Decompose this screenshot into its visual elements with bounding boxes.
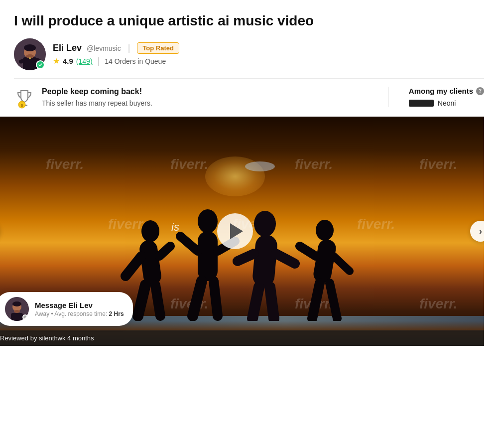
svg-line-23 — [214, 281, 218, 316]
svg-point-38 — [12, 301, 21, 306]
repeat-buyers-section: $ People keep coming back! This seller h… — [14, 87, 378, 109]
review-bar: Reviewed by silenthwk 4 months — [0, 330, 484, 346]
svg-line-29 — [270, 287, 274, 318]
rating-value: 4.9 — [63, 57, 73, 65]
clients-heading-text: Among my clients — [409, 87, 473, 95]
video-overlay-text: is — [171, 221, 179, 234]
svg-point-3 — [24, 44, 36, 51]
trophy-icon-wrap: $ — [14, 88, 35, 109]
svg-rect-25 — [252, 234, 278, 288]
seller-name[interactable]: Eli Lev — [53, 43, 82, 53]
rating-count[interactable]: (149) — [76, 57, 93, 65]
svg-point-24 — [254, 211, 276, 237]
watermark-1: fiverr. — [46, 156, 84, 172]
svg-line-33 — [334, 256, 350, 271]
cloud-shape — [245, 161, 275, 171]
watermark-3: fiverr. — [295, 156, 333, 172]
clients-section: Among my clients ? Neoni — [388, 87, 484, 107]
verified-badge — [36, 60, 45, 69]
seller-info: Eli Lev @levmusic | Top Rated ★ 4.9 (149… — [53, 42, 179, 66]
trophy-icon: $ — [14, 88, 35, 109]
check-icon — [38, 62, 43, 67]
message-status: Away — [35, 310, 49, 317]
svg-line-27 — [276, 254, 295, 264]
svg-line-35 — [330, 283, 337, 318]
top-rated-badge: Top Rated — [137, 42, 179, 54]
client-row: Neoni — [409, 99, 484, 107]
svg-line-26 — [238, 254, 254, 261]
svg-point-12 — [141, 220, 159, 242]
svg-point-18 — [198, 209, 218, 233]
repeat-desc: This seller has many repeat buyers. — [42, 99, 152, 107]
avatar[interactable] — [14, 38, 46, 70]
play-triangle-icon — [230, 223, 243, 239]
message-title: Message Eli Lev — [35, 301, 124, 309]
repeat-text-block: People keep coming back! This seller has… — [42, 87, 152, 107]
divider-pipe: | — [128, 43, 130, 53]
svg-point-7 — [29, 57, 31, 59]
page-wrapper: I will produce a unique artistic ai musi… — [0, 0, 498, 109]
svg-line-32 — [300, 246, 316, 256]
svg-rect-19 — [198, 231, 218, 281]
message-avatar — [5, 297, 29, 321]
next-arrow[interactable]: › — [470, 221, 484, 242]
watermark-2: fiverr. — [170, 156, 208, 172]
video-container[interactable]: fiverr. fiverr. fiverr. fiverr. fiverr. … — [0, 117, 484, 346]
svg-rect-39 — [11, 313, 23, 321]
seller-row: Eli Lev @levmusic | Top Rated ★ 4.9 (149… — [14, 38, 484, 70]
seller-name-row: Eli Lev @levmusic | Top Rated — [53, 42, 179, 54]
rating-divider: | — [98, 56, 100, 66]
svg-line-20 — [180, 236, 198, 251]
play-button[interactable] — [217, 213, 253, 249]
message-subtitle: Away • Avg. response time: 2 Hrs — [35, 310, 124, 317]
repeat-heading: People keep coming back! — [42, 87, 152, 97]
svg-point-40 — [14, 310, 20, 313]
svg-line-22 — [193, 281, 202, 316]
rating-row: ★ 4.9 (149) | 14 Orders in Queue — [53, 56, 179, 66]
seller-handle: @levmusic — [87, 44, 121, 52]
svg-line-16 — [138, 285, 145, 316]
message-bubble[interactable]: Message Eli Lev Away • Avg. response tim… — [0, 292, 133, 326]
client-name: Neoni — [438, 99, 456, 107]
msg-avatar-dot — [22, 314, 28, 320]
review-text: Reviewed by silenthwk 4 months — [0, 334, 94, 342]
message-response-label: Avg. response time: — [54, 310, 107, 317]
msg-text-block: Message Eli Lev Away • Avg. response tim… — [35, 301, 124, 317]
gig-title: I will produce a unique artistic ai musi… — [14, 12, 484, 29]
svg-line-15 — [159, 246, 170, 256]
help-icon[interactable]: ? — [476, 87, 484, 95]
watermark-11: fiverr. — [419, 296, 457, 312]
watermark-4: fiverr. — [419, 156, 457, 172]
svg-line-14 — [125, 256, 141, 276]
svg-line-28 — [252, 287, 259, 318]
divider-line — [14, 78, 484, 79]
svg-point-30 — [316, 220, 334, 241]
next-icon: › — [479, 226, 482, 237]
message-response-time: 2 Hrs — [109, 310, 124, 317]
svg-text:$: $ — [21, 103, 23, 108]
svg-line-34 — [312, 283, 320, 318]
orders-queue: 14 Orders in Queue — [105, 57, 166, 65]
clients-heading: Among my clients ? — [409, 87, 484, 95]
svg-line-17 — [155, 285, 160, 316]
star-icon: ★ — [53, 56, 60, 66]
client-logo — [409, 100, 434, 107]
badges-row: $ People keep coming back! This seller h… — [14, 87, 484, 109]
